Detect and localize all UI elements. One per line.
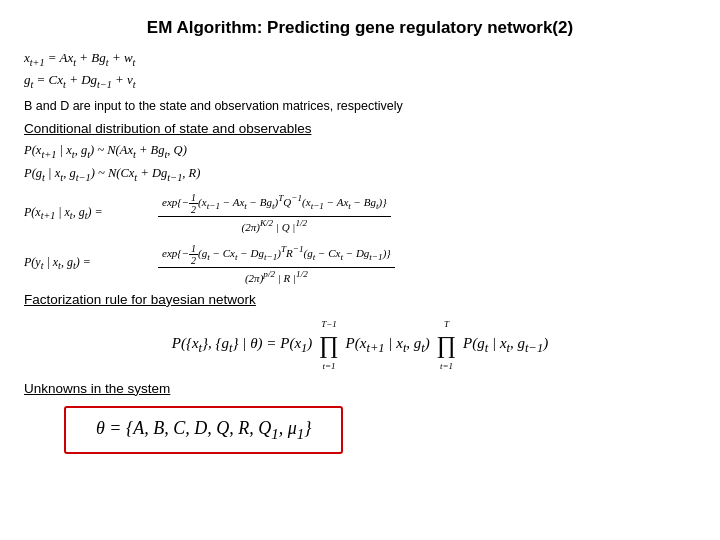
page-title: EM Algorithm: Predicting gene regulatory… [24,18,696,38]
state-equations: xt+1 = Axt + Bgt + wt gt = Cxt + Dgt−1 +… [24,48,696,92]
pdf-eq-x: P(xt+1 | xt, gt) = exp{−12(xt−1 − Axt − … [24,192,696,233]
factorization-equation: P({xt}, {gt} | θ) = P(x1) T−1 ∏ t=1 P(xt… [24,315,696,375]
unknowns-section: Unknowns in the system θ = {A, B, C, D, … [24,381,696,455]
factorization-section: Factorization rule for bayesian network … [24,292,696,375]
bd-description: B and D are input to the state and obser… [24,98,696,116]
cond-eq-2: P(gt | xt, gt−1) ~ N(Cxt + Dgt−1, R) [24,163,696,186]
eq-state-x: xt+1 = Axt + Bgt + wt [24,48,696,70]
conditional-distribution-section: Conditional distribution of state and ob… [24,121,696,186]
factorization-header: Factorization rule for bayesian network [24,292,696,307]
eq-state-g: gt = Cxt + Dgt−1 + vt [24,70,696,92]
theta-equation: θ = {A, B, C, D, Q, R, Q1, μ1} [64,406,343,455]
cond-eq-1: P(xt+1 | xt, gt) ~ N(Axt + Bgt, Q) [24,140,696,163]
pdf-equations: P(xt+1 | xt, gt) = exp{−12(xt−1 − Axt − … [24,192,696,283]
unknowns-header: Unknowns in the system [24,381,696,396]
cond-dist-header: Conditional distribution of state and ob… [24,121,696,136]
pdf-eq-y: P(yt | xt, gt) = exp{−12(gt − Cxt − Dgt−… [24,243,696,284]
page: EM Algorithm: Predicting gene regulatory… [0,0,720,540]
